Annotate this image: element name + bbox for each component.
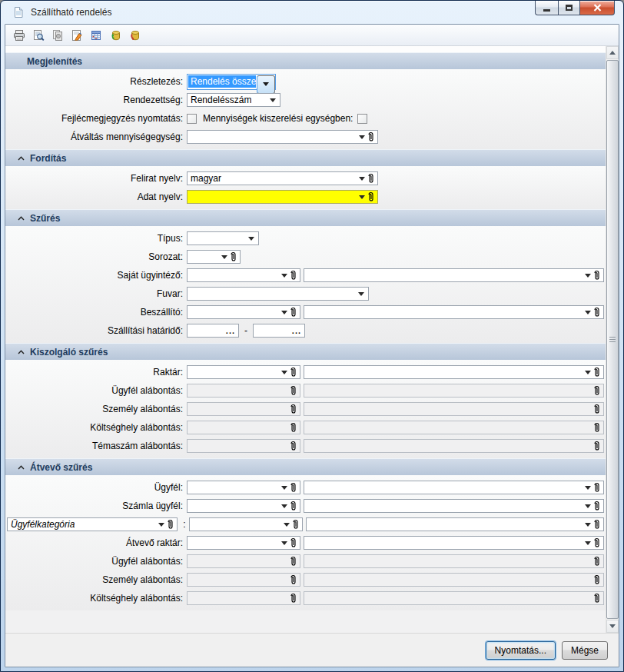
- maximize-icon: [566, 5, 573, 11]
- deadline-from-field[interactable]: ...: [187, 324, 239, 338]
- chevron-down-icon: [280, 541, 289, 545]
- paperclip-icon: [593, 367, 601, 378]
- collapse-chevron-icon[interactable]: [18, 350, 25, 354]
- table-calc-icon[interactable]: [89, 28, 103, 42]
- document-icon: [12, 5, 25, 19]
- chevron-down-icon[interactable]: [257, 75, 275, 94]
- cancel-button[interactable]: Mégse: [562, 641, 608, 660]
- chevron-down-icon: [280, 311, 289, 314]
- invoice-customer-name-combobox[interactable]: [304, 499, 604, 513]
- paperclip-icon: [593, 574, 601, 585]
- collapse-chevron-icon[interactable]: [18, 216, 25, 221]
- receiver-customer-sub-label: Ügyfél alábontás:: [7, 556, 183, 567]
- paperclip-icon: [290, 501, 297, 511]
- edit-page-icon[interactable]: [70, 28, 84, 42]
- section-header-display: Megjelenítés: [5, 52, 606, 69]
- title-bar[interactable]: Szállítható rendelés: [5, 1, 619, 24]
- print-preview-icon[interactable]: [32, 28, 45, 42]
- paperclip-icon: [593, 404, 601, 414]
- window-title: Szállítható rendelés: [31, 7, 111, 18]
- customer-code-combobox[interactable]: [187, 481, 300, 494]
- own-agent-name-combobox[interactable]: [304, 268, 604, 282]
- chevron-down-icon: [583, 311, 592, 314]
- type-combobox[interactable]: [187, 231, 259, 245]
- chevron-down-icon: [583, 504, 592, 508]
- conversion-combobox[interactable]: [187, 130, 378, 144]
- header-print-checkbox[interactable]: [187, 114, 197, 124]
- copy-page-icon[interactable]: [51, 28, 65, 42]
- date-picker-button[interactable]: ...: [226, 328, 235, 334]
- scrollbar-grip-icon: [609, 337, 616, 343]
- supplier-name-combobox[interactable]: [304, 305, 604, 319]
- order-combobox[interactable]: Rendelésszám: [187, 93, 280, 107]
- deadline-label: Szállítási határidő:: [7, 325, 183, 336]
- paperclip-icon: [593, 519, 601, 530]
- person-sub-name-field: [304, 402, 604, 416]
- paperclip-icon: [230, 251, 237, 262]
- section-body-filter: Típus: Sorozat:: [5, 226, 606, 343]
- category-colon: :: [182, 519, 187, 530]
- customer-category-selector-combobox[interactable]: Ügyfélkategória: [7, 517, 178, 531]
- customer-category-value: Ügyfélkategória: [11, 519, 75, 530]
- paperclip-icon: [593, 593, 601, 604]
- receiver-customer-sub-code-field: [187, 554, 300, 568]
- collapse-chevron-icon[interactable]: [18, 465, 25, 470]
- detail-combobox[interactable]: Rendelés összesen: [187, 74, 276, 90]
- invoice-customer-code-combobox[interactable]: [187, 499, 300, 513]
- caption-lang-combobox[interactable]: magyar: [187, 171, 378, 185]
- scrollbar-thumb[interactable]: [606, 60, 619, 619]
- vertical-scrollbar[interactable]: [606, 46, 619, 633]
- close-button[interactable]: [580, 1, 615, 15]
- content-filler: [5, 610, 606, 633]
- supplier-code-combobox[interactable]: [187, 305, 300, 319]
- own-agent-code-combobox[interactable]: [187, 268, 300, 282]
- warehouse-name-combobox[interactable]: [304, 365, 604, 379]
- scroll-down-button[interactable]: [606, 620, 619, 633]
- paperclip-icon: [292, 519, 300, 530]
- series-combobox[interactable]: [187, 250, 241, 264]
- deadline-to-field[interactable]: ...: [253, 324, 305, 338]
- db-import-icon[interactable]: [128, 28, 141, 42]
- paperclip-icon: [290, 367, 297, 378]
- data-lang-label: Adat nyelv:: [7, 191, 183, 202]
- dialog-frame: Megjelenítés Részletezés: Rendelés össze…: [5, 24, 619, 667]
- paperclip-icon: [367, 173, 375, 184]
- print-button[interactable]: Nyomtatás...: [486, 641, 556, 660]
- receiver-warehouse-name-combobox[interactable]: [304, 536, 604, 550]
- paperclip-icon: [593, 501, 601, 511]
- chevron-down-icon: [280, 371, 289, 374]
- chevron-down-icon: [268, 98, 277, 102]
- section-body-display: Részletezés: Rendelés összesen Rendezett…: [5, 69, 606, 149]
- chevron-down-icon: [280, 274, 289, 278]
- paperclip-icon: [593, 556, 601, 567]
- maximize-button[interactable]: [558, 1, 580, 15]
- scrollbar-track[interactable]: [606, 59, 619, 620]
- warehouse-code-combobox[interactable]: [187, 365, 300, 379]
- data-lang-combobox[interactable]: [187, 190, 378, 204]
- deadline-separator: -: [242, 325, 250, 336]
- db-export-icon[interactable]: [108, 28, 122, 42]
- print-icon[interactable]: [12, 28, 26, 42]
- caption-lang-label: Felirat nyelv:: [7, 173, 183, 184]
- scroll-down-icon: [609, 624, 616, 628]
- receiver-costcenter-sub-code-field: [187, 591, 300, 605]
- customer-name-combobox[interactable]: [304, 481, 604, 494]
- category-name-combobox[interactable]: [306, 517, 604, 531]
- section-body-receiver-filter: Ügyfél: Számla ügyfél:: [5, 475, 606, 610]
- minimize-button[interactable]: [535, 1, 558, 15]
- chevron-down-icon: [583, 274, 592, 278]
- section-header-translation: Fordítás: [5, 149, 606, 166]
- section-title: Kiszolgáló szűrés: [30, 347, 108, 358]
- section-title: Átvevő szűrés: [30, 462, 92, 473]
- scroll-up-button[interactable]: [606, 46, 619, 59]
- detail-selected-value: Rendelés összesen: [188, 75, 256, 88]
- category-code-combobox[interactable]: [189, 517, 303, 531]
- customer-sub-label: Ügyfél alábontás:: [7, 385, 183, 396]
- qty-unit-checkbox[interactable]: [357, 114, 367, 124]
- collapse-chevron-icon[interactable]: [18, 156, 25, 161]
- freight-combobox[interactable]: [187, 287, 369, 301]
- paperclip-icon: [290, 404, 297, 414]
- section-header-filter: Szűrés: [5, 209, 606, 226]
- date-picker-button[interactable]: ...: [292, 328, 301, 334]
- receiver-warehouse-code-combobox[interactable]: [187, 536, 300, 550]
